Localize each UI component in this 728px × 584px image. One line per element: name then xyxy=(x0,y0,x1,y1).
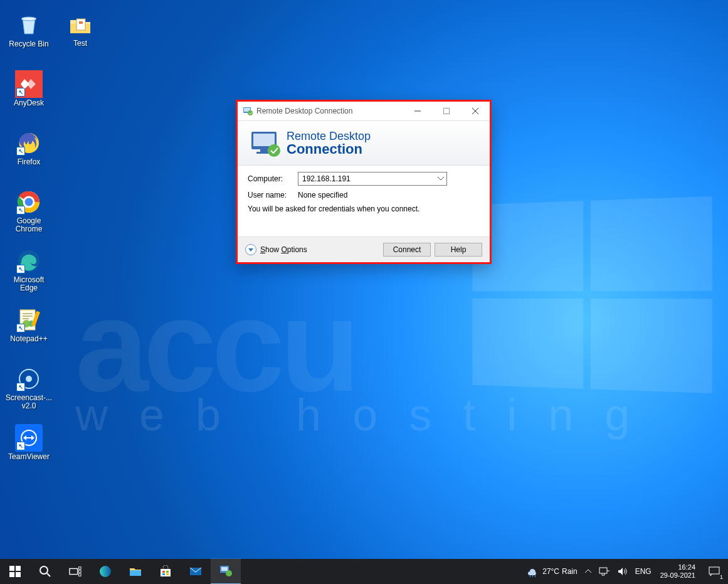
svg-rect-33 xyxy=(78,574,81,576)
screencast-icon[interactable]: Screencast-... v2.0 xyxy=(5,365,53,419)
watermark-web: web hosting xyxy=(75,389,661,440)
desktop-icons: Recycle Bin AnyDesk Firefox Google Chrom… xyxy=(5,11,80,483)
svg-rect-15 xyxy=(79,21,83,24)
svg-rect-26 xyxy=(16,566,21,571)
firefox-icon[interactable]: Firefox xyxy=(5,129,53,183)
svg-rect-21 xyxy=(253,134,275,146)
svg-rect-27 xyxy=(9,572,14,577)
svg-point-11 xyxy=(26,376,32,382)
svg-rect-38 xyxy=(166,571,169,573)
svg-point-18 xyxy=(248,110,253,115)
clock[interactable]: 16:24 29-09-2021 xyxy=(655,563,700,580)
taskbar-rdc-icon[interactable] xyxy=(211,558,241,584)
dialog-title: Remote Desktop Connection xyxy=(256,107,403,115)
computer-combobox[interactable] xyxy=(298,172,447,186)
svg-rect-14 xyxy=(76,19,85,30)
taskbar-store-icon[interactable] xyxy=(150,559,181,584)
username-label: User name: xyxy=(248,191,298,199)
chevron-down-icon xyxy=(245,244,256,255)
rdc-banner-icon xyxy=(249,129,280,157)
taskbar-explorer-icon[interactable] xyxy=(120,559,150,584)
remote-desktop-dialog: Remote Desktop Connection Remote Desktop… xyxy=(236,100,492,264)
edge-icon[interactable]: Microsoft Edge xyxy=(5,247,53,301)
show-options-toggle[interactable]: Show Options xyxy=(245,244,307,255)
search-button[interactable] xyxy=(30,559,60,584)
credentials-hint: You will be asked for credentials when y… xyxy=(248,204,480,213)
taskbar: 27°C Rain ENG 16:24 29-09-2021 1 xyxy=(0,559,728,584)
connect-button[interactable]: Connect xyxy=(383,243,431,257)
svg-point-29 xyxy=(40,566,48,574)
svg-point-0 xyxy=(21,17,36,21)
svg-rect-43 xyxy=(221,567,228,571)
svg-point-24 xyxy=(268,144,280,157)
computer-label: Computer: xyxy=(248,174,298,183)
start-button[interactable] xyxy=(0,559,30,584)
svg-point-34 xyxy=(100,566,111,577)
teamviewer-icon[interactable]: TeamViewer xyxy=(5,424,53,478)
dialog-banner: Remote Desktop Connection xyxy=(238,121,490,166)
taskbar-mail-icon[interactable] xyxy=(181,559,211,584)
volume-icon[interactable] xyxy=(614,559,631,584)
network-icon[interactable] xyxy=(595,559,614,584)
svg-rect-36 xyxy=(161,569,171,576)
help-button[interactable]: Help xyxy=(435,243,482,257)
minimize-button[interactable] xyxy=(403,102,432,120)
test-folder-icon[interactable]: Test xyxy=(56,11,104,65)
anydesk-icon[interactable]: AnyDesk xyxy=(5,70,53,124)
svg-rect-35 xyxy=(130,570,141,576)
svg-rect-45 xyxy=(599,568,607,573)
recycle-bin-icon[interactable]: Recycle Bin xyxy=(5,11,53,65)
task-view-button[interactable] xyxy=(60,559,90,584)
desktop[interactable]: accu web hosting Recycle Bin AnyDesk Fir… xyxy=(0,0,728,584)
svg-rect-31 xyxy=(78,567,81,570)
svg-rect-22 xyxy=(260,149,268,152)
banner-line2: Connection xyxy=(287,142,371,156)
notification-badge: 1 xyxy=(719,574,724,580)
chrome-icon[interactable]: Google Chrome xyxy=(5,188,53,242)
computer-input[interactable] xyxy=(301,174,429,184)
rdc-title-icon xyxy=(243,106,253,116)
titlebar[interactable]: Remote Desktop Connection xyxy=(238,102,490,121)
maximize-button[interactable] xyxy=(432,102,461,120)
svg-rect-25 xyxy=(9,566,14,571)
rain-icon xyxy=(526,565,539,578)
chevron-down-icon[interactable] xyxy=(438,177,444,181)
svg-rect-32 xyxy=(78,570,81,573)
svg-rect-40 xyxy=(166,573,169,575)
system-tray: 27°C Rain ENG 16:24 29-09-2021 1 xyxy=(522,559,728,584)
svg-point-44 xyxy=(226,570,232,576)
svg-rect-19 xyxy=(444,109,450,114)
banner-line1: Remote Desktop xyxy=(287,130,371,142)
svg-rect-39 xyxy=(162,573,165,575)
action-center-button[interactable]: 1 xyxy=(700,559,728,584)
taskbar-edge-icon[interactable] xyxy=(90,559,120,584)
svg-rect-46 xyxy=(709,567,719,574)
weather-widget[interactable]: 27°C Rain xyxy=(522,559,581,584)
username-value: None specified xyxy=(298,191,347,199)
notepadpp-icon[interactable]: Notepad++ xyxy=(5,306,53,360)
svg-rect-37 xyxy=(162,571,165,573)
svg-rect-28 xyxy=(16,572,21,577)
windows-logo-wallpaper xyxy=(472,196,712,393)
close-button[interactable] xyxy=(461,102,490,120)
tray-overflow-button[interactable] xyxy=(581,559,595,584)
language-indicator[interactable]: ENG xyxy=(631,559,655,584)
svg-rect-30 xyxy=(70,568,78,574)
